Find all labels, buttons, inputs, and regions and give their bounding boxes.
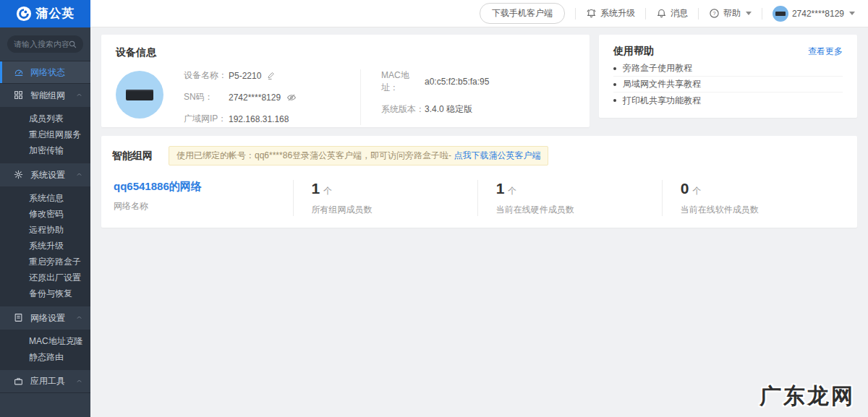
stat-label: 当前在线软件成员数	[681, 204, 846, 216]
device-name-label: 设备名称：	[184, 69, 229, 82]
dandelion-logo-icon	[16, 6, 32, 22]
search-input[interactable]	[14, 40, 69, 48]
help-menu[interactable]: ? 帮助	[709, 7, 752, 20]
bullet-icon	[613, 67, 616, 70]
brand-logo[interactable]: 蒲公英	[0, 0, 90, 27]
stat-unit: 个	[508, 186, 516, 196]
wan-ip-label: 广域网IP：	[184, 113, 229, 125]
stat-online-software: 0个 当前在线软件成员数	[662, 180, 846, 216]
bullet-icon	[613, 83, 616, 86]
header-actions: 下载手机客户端 系统升级 消息 ? 帮助 2742****8129	[480, 3, 868, 24]
submenu-network-settings: MAC地址克隆 静态路由	[0, 330, 90, 370]
device-name-value: P5-2210	[229, 71, 261, 81]
header-divider	[575, 8, 576, 20]
sidebar-item-backup-restore[interactable]: 备份与恢复	[0, 285, 90, 301]
sidebar-group-label: 系统设置	[30, 169, 65, 181]
stat-online-hardware: 1个 当前在线硬件成员数	[477, 180, 662, 216]
account-name: 2742****8129	[792, 9, 844, 19]
sidebar-item-network-status[interactable]: 网络状态	[0, 61, 90, 83]
sidebar-group-app-tools[interactable]: 应用工具	[0, 370, 90, 393]
sidebar-item-remote-assist[interactable]: 远程协助	[0, 222, 90, 238]
help-item-label: 打印机共享功能教程	[623, 95, 701, 107]
sidebar-item-system-info[interactable]: 系统信息	[0, 190, 90, 206]
stat-value: 0个	[681, 180, 846, 197]
stat-label: 网络名称	[114, 200, 293, 212]
stat-network-name: qq6541886的网络 网络名称	[112, 180, 293, 216]
chevron-up-icon	[76, 90, 82, 100]
svg-text:?: ?	[712, 11, 715, 17]
sidebar-item-system-upgrade[interactable]: 系统升级	[0, 238, 90, 254]
messages-label: 消息	[671, 7, 688, 20]
sidebar-item-factory-reset[interactable]: 还原出厂设置	[0, 270, 90, 285]
eye-off-icon[interactable]	[286, 93, 297, 103]
submenu-smart-networking: 成员列表 重启组网服务 加密传输	[0, 107, 90, 163]
question-circle-icon: ?	[709, 8, 720, 19]
stat-label: 当前在线硬件成员数	[496, 204, 662, 216]
sidebar-group-system-settings[interactable]: 系统设置	[0, 163, 90, 186]
sidebar-item-change-password[interactable]: 修改密码	[0, 206, 90, 222]
sn-label: SN码：	[184, 91, 229, 103]
help-card: 使用帮助 查看更多 旁路盒子使用教程 局域网文件共享教程 打印机共享功能教程	[599, 35, 857, 118]
help-item-label: 旁路盒子使用教程	[623, 62, 692, 74]
device-info-card: 设备信息 设备名称： P5-2210 SN码：	[101, 35, 590, 127]
sidebar-item-encrypted-transfer[interactable]: 加密传输	[0, 142, 90, 158]
watermark: 广东龙网	[760, 382, 855, 411]
messages-menu[interactable]: 消息	[656, 7, 688, 20]
download-client-link[interactable]: 点我下载蒲公英客户端	[454, 150, 540, 160]
chevron-up-icon	[76, 377, 82, 387]
help-label: 帮助	[723, 7, 741, 20]
device-image	[116, 71, 163, 119]
header-divider	[698, 8, 699, 20]
help-tutorial-link[interactable]: 旁路盒子使用教程	[613, 61, 843, 77]
mac-value: a0:c5:f2:b5:fa:95	[425, 77, 489, 87]
stat-total-members: 1个 所有组网成员数	[293, 180, 477, 216]
stat-unit: 个	[693, 186, 702, 196]
sidebar-item-restart-networking[interactable]: 重启组网服务	[0, 126, 90, 142]
edit-pencil-icon[interactable]	[267, 72, 276, 80]
top-header: 蒲公英 下载手机客户端 系统升级 消息 ? 帮助 2742	[0, 0, 868, 27]
account-menu[interactable]: 2742****8129	[773, 6, 855, 22]
system-upgrade-menu[interactable]: 系统升级	[586, 7, 635, 20]
gear-icon	[14, 170, 24, 180]
account-avatar	[773, 6, 788, 22]
sidebar-group-label: 应用工具	[30, 375, 65, 387]
chevron-up-icon	[76, 313, 82, 323]
sn-value: 2742****8129	[229, 93, 281, 103]
version-label: 系统版本：	[381, 103, 425, 116]
account-bind-notice: 使用已绑定的帐号：qq6****86登录蒲公英客户端，即可访问旁路盒子啦- 点我…	[169, 146, 548, 165]
sidebar-group-label: 网络设置	[30, 312, 65, 324]
version-value: 3.4.0 稳定版	[425, 103, 472, 116]
download-mobile-client-button[interactable]: 下载手机客户端	[480, 3, 565, 24]
stat-value: 1个	[312, 180, 477, 197]
stat-label: 所有组网成员数	[312, 204, 477, 216]
header-divider	[645, 8, 646, 20]
sidebar-item-member-list[interactable]: 成员列表	[0, 111, 90, 126]
sidebar-item-mac-clone[interactable]: MAC地址克隆	[0, 333, 90, 349]
notice-text: 使用已绑定的帐号：qq6****86登录蒲公英客户端，即可访问旁路盒子啦-	[176, 150, 454, 160]
brand-name: 蒲公英	[36, 5, 75, 22]
sidebar-search[interactable]	[7, 35, 83, 53]
sidebar-group-network-settings[interactable]: 网络设置	[0, 306, 90, 330]
stat-unit: 个	[323, 186, 332, 196]
bell-icon	[656, 8, 667, 19]
view-more-link[interactable]: 查看更多	[808, 46, 843, 58]
document-icon	[14, 313, 24, 323]
system-upgrade-label: 系统升级	[600, 7, 635, 20]
sidebar-item-restart-box[interactable]: 重启旁路盒子	[0, 254, 90, 270]
sidebar-item-static-route[interactable]: 静态路由	[0, 349, 90, 365]
stat-value: 1个	[496, 180, 662, 197]
network-name-link[interactable]: qq6541886的网络	[114, 180, 293, 194]
help-tutorial-link[interactable]: 打印机共享功能教程	[613, 93, 843, 108]
networking-title: 智能组网	[112, 150, 153, 163]
upgrade-alert-icon	[586, 8, 597, 19]
bullet-icon	[613, 99, 616, 102]
sidebar-group-smart-networking[interactable]: 智能组网	[0, 84, 90, 107]
help-tutorial-link[interactable]: 局域网文件共享教程	[613, 77, 843, 93]
chevron-down-icon	[849, 12, 855, 15]
grid-icon	[14, 90, 24, 100]
smart-networking-card: 智能组网 使用已绑定的帐号：qq6****86登录蒲公英客户端，即可访问旁路盒子…	[101, 136, 857, 228]
dashboard-icon	[14, 67, 24, 77]
sidebar: 网络状态 智能组网 成员列表 重启组网服务 加密传输 系统设置 系统信息 修改密…	[0, 27, 90, 417]
sidebar-group-label: 智能组网	[30, 90, 65, 102]
search-icon[interactable]	[69, 40, 77, 48]
